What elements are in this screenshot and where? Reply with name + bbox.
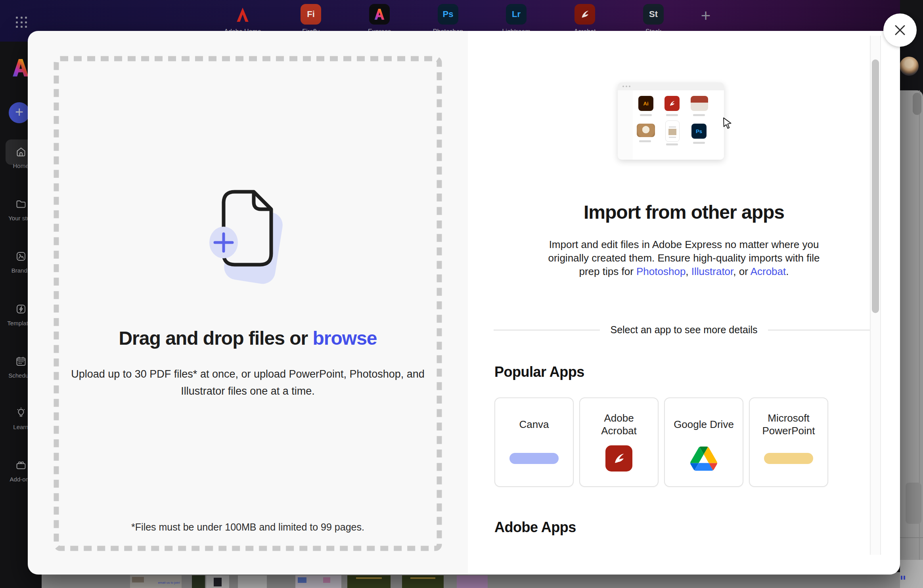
express-logo-icon (12, 57, 29, 78)
app-card-microsoft-powerpoint[interactable]: Microsoft PowerPoint (749, 397, 828, 487)
lightroom-icon: Lr (506, 4, 527, 25)
app-card-adobe-acrobat[interactable]: Adobe Acrobat (579, 397, 659, 487)
underlying-page-thumbnails: email us to join! (42, 572, 900, 588)
photoshop-tips-link[interactable]: Photoshop (636, 265, 686, 277)
dropzone-title-text: Drag and drop files or (119, 328, 312, 349)
close-icon (893, 23, 907, 37)
canva-logo (509, 453, 559, 464)
import-from-apps-panel: Ai Ps (468, 31, 900, 575)
photoshop-icon: Ps (438, 4, 458, 25)
brands-icon (15, 250, 27, 262)
page-thumbnail (295, 575, 341, 588)
modal-scrollbar-thumb[interactable] (872, 59, 879, 313)
illustrator-file-icon: Ai (638, 96, 653, 111)
folder-icon (15, 198, 27, 210)
page-scrollbar-thumb[interactable] (913, 93, 921, 115)
firefly-icon: Fi (301, 4, 321, 25)
page-thumbnail: email us to join! (130, 575, 182, 588)
add-ons-icon (15, 459, 27, 471)
stock-icon: St (643, 4, 664, 25)
import-description: Import and edit files in Adobe Express n… (537, 238, 831, 278)
import-modal: Drag and drop files or browse Upload up … (28, 31, 900, 575)
cursor-icon (722, 117, 733, 129)
modal-scrollbar-track[interactable] (870, 36, 881, 555)
upload-dropzone[interactable]: Drag and drop files or browse Upload up … (28, 31, 468, 575)
import-illustration: Ai Ps (618, 82, 733, 164)
popular-apps-list: Canva Adobe Acrobat Google Drive (494, 397, 828, 487)
acrobat-tips-link[interactable]: Acrobat (751, 265, 786, 277)
flyer-file-thumbnail (691, 96, 708, 111)
illustrator-tips-link[interactable]: Illustrator (691, 265, 733, 277)
add-file-icon (202, 186, 289, 291)
powerpoint-logo (764, 453, 813, 464)
browser-window-graphic: Ai Ps (618, 82, 724, 160)
acrobat-file-icon (664, 96, 680, 111)
select-app-divider: Select an app to see more details (494, 324, 874, 336)
adobe-express-app: Adobe Home Fi Firefly Express Ps Photosh… (0, 0, 923, 588)
dropzone-footnote: *Files must be under 100MB and limited t… (28, 521, 468, 533)
new-project-button[interactable]: + (9, 102, 30, 123)
page-thumbnail (457, 575, 488, 588)
link-text-fragment (901, 576, 906, 580)
page-thumbnail (192, 575, 205, 588)
page-footer-fragment (900, 560, 923, 588)
app-card-label: Microsoft PowerPoint (755, 408, 822, 441)
page-body-fragment (900, 90, 923, 560)
page-thumbnail (206, 575, 229, 588)
document-file-thumbnail (665, 120, 680, 142)
templates-icon (15, 303, 27, 315)
avatar[interactable] (900, 57, 919, 76)
app-card-google-drive[interactable]: Google Drive (664, 397, 743, 487)
photoshop-file-icon: Ps (691, 124, 707, 139)
app-card-label: Canva (519, 408, 549, 441)
underlying-page-right (900, 0, 923, 588)
app-card-label: Google Drive (674, 408, 734, 441)
adobe-logo-icon (232, 4, 253, 25)
browse-link[interactable]: browse (313, 328, 377, 349)
photo-file-thumbnail (637, 124, 655, 137)
app-grid-icon[interactable] (16, 17, 28, 29)
dropzone-title: Drag and drop files or browse (28, 327, 468, 349)
import-title: Import from other apps (468, 201, 900, 223)
app-card-label: Adobe Acrobat (585, 408, 653, 441)
close-button[interactable] (883, 13, 917, 47)
divider-label: Select an app to see more details (610, 324, 757, 336)
app-card-canva[interactable]: Canva (494, 397, 574, 487)
acrobat-icon (574, 4, 595, 25)
popular-apps-heading: Popular Apps (494, 364, 584, 380)
express-icon (369, 4, 390, 25)
dropzone-dashed-border (53, 55, 442, 552)
page-thumbnail (402, 575, 444, 588)
schedule-icon (15, 355, 27, 367)
page-thumbnail (347, 575, 391, 588)
acrobat-logo (605, 445, 632, 472)
home-icon (15, 146, 27, 158)
thumbnail-text: email us to join! (158, 581, 180, 584)
google-drive-logo (690, 447, 717, 471)
page-thumbnail (238, 575, 267, 588)
adobe-apps-heading: Adobe Apps (494, 519, 576, 536)
add-app-icon[interactable]: + (697, 7, 714, 25)
dropzone-subtitle: Upload up to 30 PDF files* at once, or u… (65, 366, 430, 400)
learn-icon (15, 407, 27, 419)
